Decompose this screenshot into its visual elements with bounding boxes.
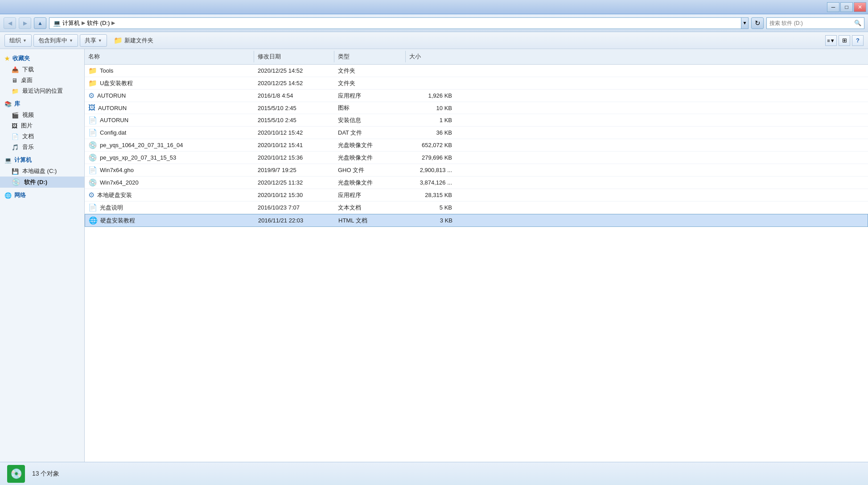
status-icon: 💿: [7, 465, 25, 483]
file-name-text: Win7x64_2020: [100, 179, 139, 186]
sidebar-item-download[interactable]: 📥 下载: [0, 64, 84, 75]
close-button[interactable]: ✕: [854, 2, 866, 12]
refresh-button[interactable]: ↻: [751, 17, 764, 29]
file-date-cell: 2020/10/12 15:42: [254, 127, 334, 139]
d-drive-label: 软件 (D:): [24, 178, 47, 186]
new-folder-button[interactable]: 📁 新建文件夹: [109, 34, 158, 47]
help-button[interactable]: ?: [852, 35, 864, 46]
search-box[interactable]: 🔍: [766, 17, 864, 29]
file-name-text: 光盘说明: [100, 204, 123, 212]
table-row[interactable]: 💿Win7x64_20202020/12/25 11:32光盘映像文件3,874…: [85, 177, 868, 189]
organize-button[interactable]: 组织 ▼: [4, 34, 32, 47]
download-icon: 📥: [12, 66, 19, 73]
organize-label: 组织: [9, 37, 21, 45]
sidebar-item-music[interactable]: 🎵 音乐: [0, 142, 84, 152]
sidebar-item-pictures[interactable]: 🖼 图片: [0, 120, 84, 131]
sidebar-favorites-header[interactable]: ★ 收藏夹: [0, 53, 84, 64]
c-drive-icon: 💾: [12, 168, 19, 175]
file-name-cell: 💿Win7x64_2020: [85, 177, 254, 189]
file-size-cell: 10 KB: [406, 102, 459, 114]
table-row[interactable]: 🖼AUTORUN2015/5/10 2:45图标10 KB: [85, 102, 868, 114]
sidebar-item-documents[interactable]: 📄 文档: [0, 131, 84, 142]
organize-arrow: ▼: [23, 38, 27, 43]
file-size-cell: 2,900,813 ...: [406, 164, 459, 176]
sidebar-pc-header[interactable]: 💻 计算机: [0, 154, 84, 166]
file-name-cell: 📁Tools: [85, 65, 254, 77]
table-row[interactable]: 📄Win7x64.gho2019/9/7 19:25GHO 文件2,900,81…: [85, 164, 868, 177]
file-type-cell: HTML 文档: [335, 214, 406, 226]
minimize-button[interactable]: ─: [827, 2, 839, 12]
file-type-icon: 📄: [88, 166, 97, 174]
green-drive-icon: 💿: [10, 468, 22, 480]
view-options-button[interactable]: ≡▼: [825, 35, 837, 46]
table-row[interactable]: ⚙AUTORUN2016/1/8 4:54应用程序1,926 KB: [85, 90, 868, 102]
sidebar-item-desktop[interactable]: 🖥 桌面: [0, 75, 84, 86]
video-label: 视频: [22, 111, 34, 119]
share-label: 共享: [85, 37, 96, 45]
back-button[interactable]: ◀: [4, 17, 16, 29]
col-header-name[interactable]: 名称: [85, 51, 254, 62]
table-row[interactable]: 📄光盘说明2016/10/23 7:07文本文档5 KB: [85, 201, 868, 214]
up-button[interactable]: ▲: [34, 17, 46, 29]
col-header-size[interactable]: 大小: [406, 51, 459, 62]
file-size-cell: 1 KB: [406, 114, 459, 126]
file-date-cell: 2015/5/10 2:45: [254, 102, 334, 114]
search-input[interactable]: [769, 20, 854, 26]
file-date-cell: 2020/12/25 14:52: [254, 77, 334, 89]
file-size-cell: [406, 65, 459, 77]
file-size-cell: 279,696 KB: [406, 152, 459, 164]
file-name-cell: 📄Win7x64.gho: [85, 164, 254, 176]
address-path[interactable]: 💻 计算机 ▶ 软件 (D:) ▶: [49, 17, 741, 29]
table-row[interactable]: 📁U盘安装教程2020/12/25 14:52文件夹: [85, 77, 868, 90]
table-row[interactable]: 🌐硬盘安装教程2016/11/21 22:03HTML 文档3 KB: [85, 214, 868, 227]
lib-icon: 📚: [4, 101, 12, 107]
file-type-cell: 光盘映像文件: [334, 139, 406, 151]
file-type-icon: 🌐: [89, 216, 98, 225]
table-row[interactable]: 📄Config.dat2020/10/12 15:42DAT 文件36 KB: [85, 127, 868, 139]
sidebar-item-video[interactable]: 🎬 视频: [0, 110, 84, 120]
file-name-text: Tools: [100, 67, 113, 74]
table-row[interactable]: 📁Tools2020/12/25 14:52文件夹: [85, 65, 868, 77]
sidebar-item-d-drive[interactable]: 💿 软件 (D:): [0, 177, 84, 188]
desktop-icon: 🖥: [12, 77, 17, 84]
search-icon[interactable]: 🔍: [854, 20, 861, 26]
share-button[interactable]: 共享 ▼: [80, 34, 107, 47]
table-row[interactable]: 💿pe_yqs_1064_20_07_31_16_042020/10/12 15…: [85, 139, 868, 152]
pictures-icon: 🖼: [12, 123, 17, 129]
path-separator-2: ▶: [111, 20, 115, 26]
file-date-cell: 2020/12/25 11:32: [254, 177, 334, 189]
file-type-cell: 光盘映像文件: [334, 152, 406, 164]
include-lib-button[interactable]: 包含到库中 ▼: [33, 34, 78, 47]
recent-label: 最近访问的位置: [22, 87, 63, 95]
file-name-text: pe_yqs_xp_20_07_31_15_53: [100, 154, 176, 161]
col-header-type[interactable]: 类型: [334, 51, 406, 62]
sidebar-item-recent[interactable]: 📁 最近访问的位置: [0, 86, 84, 96]
file-type-icon: 📄: [88, 116, 97, 124]
pc-label: 计算机: [14, 156, 32, 164]
sidebar-lib-header[interactable]: 📚 库: [0, 98, 84, 110]
file-name-cell: ⚙本地硬盘安装: [85, 189, 254, 201]
star-icon: ★: [4, 55, 10, 62]
col-header-date[interactable]: 修改日期: [254, 51, 334, 62]
file-date-cell: 2020/10/12 15:41: [254, 139, 334, 151]
file-name-cell: ⚙AUTORUN: [85, 90, 254, 102]
file-name-text: AUTORUN: [100, 117, 128, 123]
d-drive-icon: 💿: [12, 178, 21, 186]
layout-toggle-button[interactable]: ⊞: [839, 35, 850, 46]
file-type-cell: 安装信息: [334, 114, 406, 126]
address-dropdown-arrow[interactable]: ▼: [741, 17, 749, 29]
file-rows-container: 📁Tools2020/12/25 14:52文件夹📁U盘安装教程2020/12/…: [85, 65, 868, 227]
main-area: ★ 收藏夹 📥 下载 🖥 桌面 📁 最近访问的位置 📚 库: [0, 49, 868, 462]
maximize-button[interactable]: □: [840, 2, 853, 12]
sidebar-item-c-drive[interactable]: 💾 本地磁盘 (C:): [0, 166, 84, 177]
file-size-cell: 3,874,126 ...: [406, 177, 459, 189]
toolbar: 组织 ▼ 包含到库中 ▼ 共享 ▼ 📁 新建文件夹 ≡▼ ⊞ ?: [0, 32, 868, 49]
recent-icon: 📁: [12, 88, 19, 95]
forward-button[interactable]: ▶: [19, 17, 31, 29]
documents-icon: 📄: [12, 133, 19, 140]
table-row[interactable]: 📄AUTORUN2015/5/10 2:45安装信息1 KB: [85, 114, 868, 127]
file-name-cell: 🖼AUTORUN: [85, 102, 254, 114]
sidebar-network-header[interactable]: 🌐 网络: [0, 189, 84, 201]
table-row[interactable]: 💿pe_yqs_xp_20_07_31_15_532020/10/12 15:3…: [85, 152, 868, 164]
table-row[interactable]: ⚙本地硬盘安装2020/10/12 15:30应用程序28,315 KB: [85, 189, 868, 201]
